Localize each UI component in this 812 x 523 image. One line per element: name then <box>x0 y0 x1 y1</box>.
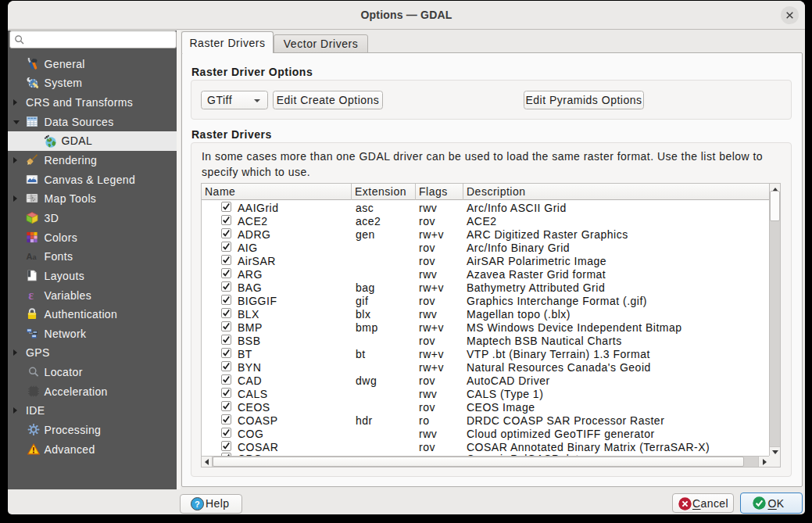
svg-text:?: ? <box>195 500 200 509</box>
svg-text:A: A <box>27 252 33 261</box>
svg-text:ε: ε <box>28 288 34 301</box>
svg-text:a: a <box>33 253 38 261</box>
